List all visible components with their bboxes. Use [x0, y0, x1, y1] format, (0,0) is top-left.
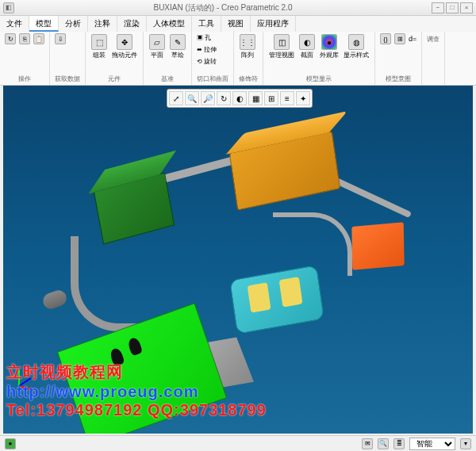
model-orange-box [229, 131, 341, 210]
cable [162, 155, 240, 183]
section-icon: ◐ [299, 34, 315, 50]
relations-icon[interactable]: d= [409, 35, 416, 43]
group-label: 操作 [5, 75, 44, 83]
pattern-button[interactable]: ⋮⋮ 阵列 [239, 33, 256, 60]
ribbon-group-model-display: ◫ 管理视图 ◐ 截面 ● 外观库 ◍ 显示样式 模型显示 [263, 32, 375, 85]
ribbon-tabs: 文件 模型 分析 注释 渲染 人体模型 工具 视图 应用程序 [0, 16, 476, 32]
watermark-contact: Tel:13794987192 QQ:397318799 [6, 401, 267, 419]
message-icon[interactable]: ✉ [362, 438, 373, 449]
model-orange-connector [351, 222, 404, 269]
watermark-line1: 立时视频教程网 [6, 361, 267, 383]
drag-button[interactable]: ✥ 拖动元件 [111, 33, 138, 60]
window-controls: − □ × [432, 2, 473, 13]
ribbon-group-getdata: ⇩ 获取数据 [50, 32, 86, 85]
shading-icon[interactable]: ◐ [232, 91, 247, 105]
stretch-button[interactable]: ⬌ 拉伸 [197, 45, 217, 54]
assemble-button[interactable]: ⬚ 组装 [90, 33, 108, 60]
regenerate-icon[interactable]: ↻ [5, 33, 16, 44]
close-button[interactable]: × [460, 2, 473, 13]
paste-icon[interactable]: 📋 [33, 33, 44, 44]
tab-file[interactable]: 文件 [0, 16, 29, 32]
plane-button[interactable]: ▱ 平面 [148, 33, 166, 60]
views-icon: ◫ [274, 34, 290, 50]
ribbon-group-components: ⬚ 组装 ✥ 拖动元件 元件 [86, 32, 144, 85]
family-icon[interactable]: ⊞ [394, 33, 405, 44]
group-label: 元件 [90, 75, 138, 83]
spin-center-icon[interactable]: ✦ [296, 91, 310, 105]
section-button[interactable]: ◐ 截面 [298, 33, 316, 60]
ribbon: ↻ ⎘ 📋 操作 ⇩ 获取数据 ⬚ 组装 ✥ 拖动元件 元件 ▱ 平面 [0, 32, 476, 86]
selection-filter-select[interactable]: 智能 [409, 438, 455, 450]
model-plug [40, 288, 68, 311]
pattern-icon: ⋮⋮ [240, 34, 255, 50]
ribbon-group-datum: ▱ 平面 ✎ 草绘 基准 [144, 32, 192, 85]
import-icon[interactable]: ⇩ [55, 33, 66, 44]
view-toolbar: ⤢ 🔍 🔎 ↻ ◐ ▦ ⊞ ≡ ✦ [167, 89, 313, 108]
tab-model[interactable]: 模型 [29, 16, 59, 32]
ribbon-group-modifiers: ⋮⋮ 阵列 修饰符 [234, 32, 263, 85]
hole-button[interactable]: ▣ 孔 [197, 33, 211, 42]
window-title: BUXIAN (活动的) - Creo Parametric 2.0 [14, 2, 432, 13]
group-label: 修饰符 [239, 75, 258, 83]
group-label: 获取数据 [55, 75, 80, 83]
tab-annotate[interactable]: 注释 [88, 16, 117, 32]
drag-icon: ✥ [117, 34, 132, 50]
tab-render[interactable]: 渲染 [117, 16, 147, 32]
sketch-icon: ✎ [170, 34, 186, 50]
assemble-icon: ⬚ [91, 34, 107, 50]
find-icon[interactable]: 🔍 [378, 438, 389, 449]
title-bar: ◧ BUXIAN (活动的) - Creo Parametric 2.0 − □… [0, 0, 476, 16]
tab-tools[interactable]: 工具 [192, 16, 221, 32]
saved-views-icon[interactable]: ▦ [248, 91, 263, 105]
layers-icon[interactable]: ≣ [393, 438, 405, 449]
ribbon-group-investigate: 调查 [422, 32, 445, 85]
group-label: 模型显示 [268, 75, 370, 83]
watermark: 立时视频教程网 http://www.proeug.com Tel:137949… [6, 361, 267, 419]
display-style-icon: ◍ [348, 34, 364, 50]
repaint-icon[interactable]: ↻ [217, 91, 231, 105]
manage-views-button[interactable]: ◫ 管理视图 [268, 33, 295, 60]
group-label: 基准 [148, 75, 186, 83]
copy-icon[interactable]: ⎘ [19, 33, 30, 44]
minimize-button[interactable]: − [432, 2, 444, 13]
rotate-button[interactable]: ⟲ 旋转 [197, 57, 217, 66]
geometry-filter-icon[interactable]: ▾ [460, 438, 471, 449]
zoom-out-icon[interactable]: 🔎 [201, 91, 215, 105]
model-cyan-outlet [229, 265, 324, 334]
selection-filter-icon[interactable]: ● [5, 438, 16, 449]
group-label: 调查 [427, 35, 440, 44]
watermark-url: http://www.proeug.com [6, 383, 267, 401]
status-bar: ● ✉ 🔍 ≣ 智能 ▾ [0, 435, 476, 451]
ribbon-group-ops: ↻ ⎘ 📋 操作 [0, 32, 50, 85]
ribbon-group-cutsurf: ▣ 孔 ⬌ 拉伸 ⟲ 旋转 切口和曲面 [192, 32, 234, 85]
annotation-display-icon[interactable]: ≡ [280, 91, 294, 105]
group-label: 切口和曲面 [197, 75, 228, 83]
group-label: 模型意图 [380, 75, 416, 83]
app-icon: ◧ [3, 2, 14, 13]
publish-icon[interactable]: {} [380, 33, 391, 44]
tab-manikin[interactable]: 人体模型 [147, 16, 192, 32]
appearance-icon: ● [321, 34, 337, 50]
zoom-in-icon[interactable]: 🔍 [185, 91, 199, 105]
ribbon-group-model-intent: {} ⊞ d= 模型意图 [375, 32, 422, 85]
tab-apps[interactable]: 应用程序 [251, 16, 296, 32]
display-style-button[interactable]: ◍ 显示样式 [343, 33, 370, 60]
tab-view[interactable]: 视图 [221, 16, 251, 32]
refit-icon[interactable]: ⤢ [169, 91, 183, 105]
plane-icon: ▱ [149, 34, 165, 50]
tab-analysis[interactable]: 分析 [59, 16, 88, 32]
sketch-button[interactable]: ✎ 草绘 [169, 33, 186, 60]
appearance-button[interactable]: ● 外观库 [319, 33, 340, 60]
datum-display-icon[interactable]: ⊞ [264, 91, 278, 105]
model-green-box [94, 173, 175, 245]
maximize-button[interactable]: □ [446, 2, 459, 13]
